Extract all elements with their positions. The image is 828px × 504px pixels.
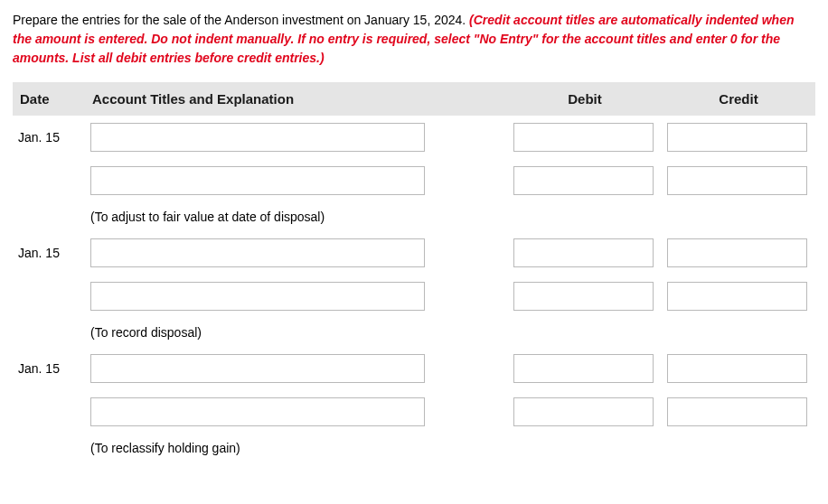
explanation-text: (To adjust to fair value at date of disp… [85, 202, 815, 231]
account-title-input[interactable] [90, 238, 425, 267]
date-cell: Jan. 15 [13, 347, 85, 390]
table-row: Jan. 15 [13, 116, 815, 159]
table-row: Jan. 15 [13, 231, 815, 275]
date-cell [13, 202, 85, 231]
date-cell [13, 159, 85, 202]
table-row: Jan. 15 [13, 347, 815, 390]
header-debit: Debit [508, 82, 662, 116]
header-credit: Credit [662, 82, 815, 116]
debit-input[interactable] [513, 282, 654, 311]
debit-input[interactable] [513, 166, 654, 195]
table-row: (To reclassify holding gain) [13, 434, 815, 462]
account-title-input[interactable] [90, 282, 425, 311]
debit-input[interactable] [513, 238, 654, 267]
explanation-text: (To reclassify holding gain) [85, 434, 815, 462]
date-cell: Jan. 15 [13, 231, 85, 275]
table-row [13, 275, 815, 318]
credit-input[interactable] [667, 282, 807, 311]
credit-input[interactable] [667, 397, 807, 426]
debit-input[interactable] [513, 397, 654, 426]
date-cell [13, 434, 85, 462]
account-title-input[interactable] [90, 354, 425, 383]
debit-input[interactable] [513, 354, 654, 383]
account-title-input[interactable] [90, 397, 425, 426]
question-prompt: Prepare the entries for the sale of the … [13, 11, 815, 68]
credit-input[interactable] [667, 238, 807, 267]
account-title-input[interactable] [90, 123, 425, 152]
table-row [13, 390, 815, 434]
credit-input[interactable] [667, 354, 807, 383]
date-cell [13, 275, 85, 318]
credit-input[interactable] [667, 166, 807, 195]
table-row: (To adjust to fair value at date of disp… [13, 202, 815, 231]
date-cell [13, 390, 85, 434]
account-title-input[interactable] [90, 166, 425, 195]
date-cell [13, 318, 85, 347]
explanation-text: (To record disposal) [85, 318, 815, 347]
debit-input[interactable] [513, 123, 654, 152]
header-account: Account Titles and Explanation [85, 82, 508, 116]
prompt-text: Prepare the entries for the sale of the … [13, 13, 469, 27]
date-cell: Jan. 15 [13, 116, 85, 159]
journal-entry-table: Date Account Titles and Explanation Debi… [13, 82, 815, 462]
table-row [13, 159, 815, 202]
credit-input[interactable] [667, 123, 807, 152]
header-date: Date [13, 82, 85, 116]
table-row: (To record disposal) [13, 318, 815, 347]
